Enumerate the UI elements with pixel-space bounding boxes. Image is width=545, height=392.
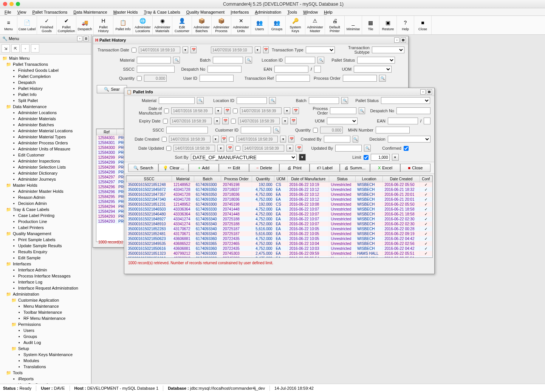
col-header[interactable]: UOM [274,176,288,182]
menu-administration[interactable]: Administration [252,10,285,14]
history-search-button[interactable]: 🔍 Sear [97,85,127,93]
tree-item[interactable]: ▪Interface Log [1,279,90,285]
toolbar-administerprocess[interactable]: 📦Administer Process [212,16,231,34]
lookup-icon[interactable]: 🔍 [173,57,180,64]
info-cust-input[interactable] [241,127,271,133]
tree-item[interactable]: ▪Label Printers [1,225,90,231]
table-row[interactable]: 12584294PRO [97,209,129,214]
sidebar-close-icon[interactable]: ⊠ [84,36,89,41]
tree-item[interactable]: ▪Toolbar Maintenance [1,309,90,315]
history-ean2-input[interactable] [314,66,321,73]
clear-button[interactable]: 💡Clear ... [158,164,189,172]
spinner-icon[interactable]: ▾ [255,46,261,53]
toolbar-defaultprinter[interactable]: 🖨Default Printer [325,16,345,34]
cal-icon[interactable]: 📅 [293,107,299,114]
tree-item[interactable]: ▪Users [1,327,90,333]
info-dom-to[interactable] [240,107,282,114]
tree-item[interactable]: ▪Menu Maintenance [1,303,90,309]
menu-file[interactable]: File [2,10,14,14]
tree-item[interactable]: 📁Master Holds [1,182,90,188]
history-qty-check[interactable] [137,76,142,81]
history-sscc-input[interactable] [137,66,175,73]
history-qty-input[interactable] [144,75,167,82]
info-cr-to[interactable] [236,136,278,143]
table-row[interactable]: 12584298PRO [97,165,129,170]
lookup-icon[interactable]: 🔍 [273,127,280,133]
tree-item[interactable]: ▪Case Label Printing [1,212,90,218]
col-header[interactable]: Process Order [221,176,252,182]
info-cr-check[interactable] [162,137,167,142]
cal-icon[interactable]: 📅 [290,118,296,124]
tree-item[interactable]: 📁Data Maintenance [1,104,90,110]
table-row[interactable]: 3500016150218524814317067161740933402072… [127,231,432,236]
history-batch-input[interactable] [213,57,243,64]
col-header[interactable]: Conf [420,176,432,182]
menu-window[interactable]: Window [300,10,321,14]
info-grid[interactable]: SSCCMaterialBatchProcess OrderQuantityUO… [126,175,433,258]
tree-item[interactable]: ▪Edit Sample [1,255,90,261]
history-header[interactable]: H Pallet History ▫ ⊠ [93,36,408,44]
tree-item[interactable]: ▪Results Enquiry [1,249,90,255]
spinner-icon[interactable]: ▾ [213,136,219,143]
tree-item[interactable]: ▪Print Sample Labels [1,237,90,243]
lookup-icon[interactable]: 🔍 [364,145,371,152]
table-row[interactable]: 3500016150218495354368652261740933652072… [127,241,432,246]
info-up-check2[interactable] [235,146,240,151]
info-limit-check[interactable] [364,155,368,160]
info-batch-input[interactable] [309,97,339,104]
sort-dir-icon[interactable]: ▼ [299,154,306,161]
history-po-input[interactable] [343,75,377,82]
summ-button[interactable]: 🖨Summ... [340,164,370,172]
tree-item[interactable]: ▪Administer Units of Measure [1,146,90,152]
toolbar-despatch[interactable]: 🚚Despatch [76,16,94,34]
history-userid-input[interactable] [200,75,234,82]
tree-item[interactable]: ▪Administer Master Holds [1,188,90,194]
info-material-input[interactable] [159,97,195,104]
tree-item[interactable]: ▪Decision Admin [1,200,90,206]
tree-item[interactable]: ▪Interface Admin [1,267,90,273]
info-uom-combo[interactable] [327,118,358,124]
table-row[interactable]: 3500016150218473404334172861740933502071… [127,197,432,202]
spinner-icon[interactable]: ▾ [214,118,220,124]
cal-icon[interactable]: 📅 [226,145,233,152]
tree-collapse-icon[interactable]: ⇱ [11,44,20,53]
table-row[interactable]: 3500016150218473574334172861740933502071… [127,192,432,197]
table-row[interactable]: 3500016150218506234360688161740933602072… [127,236,432,241]
tree-item[interactable]: ▪Administer Batches [1,122,90,128]
info-sortby-combo[interactable]: DATE_OF_MANUFACTURE [191,154,297,161]
info-exp-to[interactable] [238,118,280,124]
info-up-check[interactable] [166,146,171,151]
info-max-icon[interactable]: ▫ [420,89,426,95]
tree-root[interactable]: 📁Main Menu [1,55,90,61]
spinner-icon[interactable]: ▾ [392,154,399,161]
lookup-icon[interactable]: 🔍 [197,97,204,104]
menu-help[interactable]: Help [321,10,336,14]
toolbar-systemkeys[interactable]: 🔑System Keys [286,16,305,34]
spinner-icon[interactable]: ▾ [215,107,221,114]
history-despatch-input[interactable] [207,66,242,73]
table-row[interactable]: 12584297PRO [97,175,129,180]
info-exp-check2[interactable] [231,119,236,124]
menu-masterholds[interactable]: Master Holds [110,10,141,14]
table-row[interactable]: 3500016150218464804333636461740933302074… [127,212,432,217]
tree-item[interactable]: 📁Tools [1,370,90,376]
tree-item[interactable]: 📁Administration [1,291,90,297]
col-header[interactable]: Status [329,176,355,182]
menu-datamaintenance[interactable]: Data Maintenance [70,10,110,14]
menu-qualitymanagement[interactable]: Quality Management [183,10,228,14]
col-header[interactable]: Batch [194,176,221,182]
print-button[interactable]: 🖨Print [279,164,310,172]
tree-item[interactable]: ▪Edit Customer [1,152,90,158]
info-exp-from[interactable] [170,118,212,124]
table-row[interactable]: 12584301PRO [97,135,129,141]
cal-icon[interactable]: 📅 [224,107,231,114]
tree-action1-icon[interactable]: ◦ [21,44,29,53]
tree-item[interactable]: ▪Administer Locations [1,110,90,116]
excel-button[interactable]: XExcel [370,164,400,172]
minimize-window-icon[interactable] [9,2,14,6]
table-row[interactable]: 12584293PRO [97,214,129,219]
lookup-icon[interactable]: 🔍 [379,75,386,82]
table-row[interactable]: 3500016150218489274334127461740933402072… [127,217,432,222]
trans-date-from[interactable] [139,46,180,53]
tree-item[interactable]: ▪Administer Process Orders [1,140,90,146]
